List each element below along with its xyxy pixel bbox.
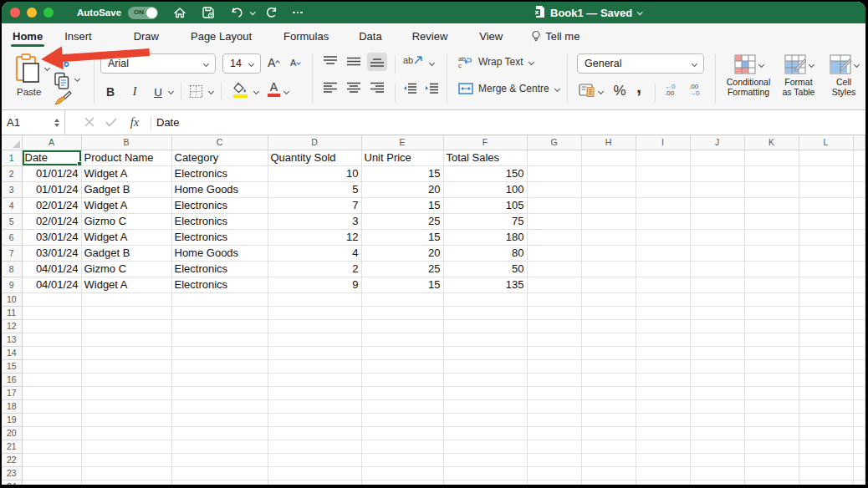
italic-button[interactable]: I: [129, 82, 140, 102]
cell-L22[interactable]: [799, 453, 853, 466]
cell-B12[interactable]: [81, 319, 171, 333]
cell-B17[interactable]: [81, 386, 171, 399]
cell-D18[interactable]: [268, 399, 361, 413]
cell-F1[interactable]: Total Sales: [443, 150, 527, 165]
bold-button[interactable]: B: [104, 82, 117, 102]
percent-style-button[interactable]: %: [610, 82, 629, 100]
cell-L11[interactable]: [799, 306, 853, 319]
cell-E14[interactable]: [361, 346, 443, 359]
cell-C8[interactable]: Electronics: [171, 261, 268, 277]
cell-E7[interactable]: 20: [361, 245, 443, 261]
select-all-corner[interactable]: [2, 135, 22, 150]
cell-D22[interactable]: [268, 453, 361, 466]
cell-K19[interactable]: [744, 413, 799, 426]
column-header-E[interactable]: E: [361, 135, 443, 150]
minimize-window-button[interactable]: [27, 8, 37, 18]
column-header-F[interactable]: F: [443, 135, 527, 150]
row-header-23[interactable]: 23: [2, 466, 22, 480]
cell-C5[interactable]: Electronics: [171, 213, 268, 229]
cell-L24[interactable]: [799, 480, 853, 485]
row-header-13[interactable]: 13: [2, 333, 22, 346]
copy-menu-chevron-icon[interactable]: [74, 76, 80, 82]
more-commands-icon[interactable]: [289, 4, 306, 21]
row-header-8[interactable]: 8: [2, 261, 22, 277]
cell-F10[interactable]: [443, 292, 527, 306]
cell-D11[interactable]: [268, 306, 361, 319]
align-left-button[interactable]: [324, 82, 337, 93]
column-header-L[interactable]: L: [799, 135, 853, 150]
cell-G7[interactable]: [527, 245, 581, 261]
cell-A24[interactable]: [22, 480, 81, 485]
cell-K8[interactable]: [744, 261, 799, 277]
cell-L10[interactable]: [799, 292, 853, 306]
paste-button[interactable]: [13, 53, 42, 85]
cell-L6[interactable]: [799, 229, 853, 245]
cell-L18[interactable]: [799, 399, 853, 413]
font-name-select[interactable]: Arial: [100, 53, 216, 74]
cell-E10[interactable]: [361, 292, 443, 306]
cell-J19[interactable]: [690, 413, 744, 426]
cell-B22[interactable]: [81, 453, 171, 466]
cell-C9[interactable]: Electronics: [171, 277, 268, 292]
align-bottom-button[interactable]: [367, 53, 387, 71]
cell-D7[interactable]: 4: [268, 245, 361, 261]
cell-K14[interactable]: [744, 346, 799, 359]
cell-C11[interactable]: [171, 306, 268, 319]
cell-L15[interactable]: [799, 359, 853, 373]
cell-F20[interactable]: [443, 426, 527, 440]
cell-J2[interactable]: [690, 165, 744, 181]
cell-A20[interactable]: [22, 426, 81, 440]
cell-H8[interactable]: [581, 261, 636, 277]
cell-E15[interactable]: [361, 359, 443, 373]
cell-A19[interactable]: [22, 413, 81, 426]
column-header-A[interactable]: A: [22, 135, 81, 150]
cell-G22[interactable]: [527, 453, 581, 466]
cell-A17[interactable]: [22, 386, 81, 399]
cell-K6[interactable]: [744, 229, 799, 245]
cell-H22[interactable]: [581, 453, 636, 466]
cell-L12[interactable]: [799, 319, 853, 333]
decrease-decimal-button[interactable]: .00→0: [689, 84, 699, 97]
cell-G21[interactable]: [527, 440, 581, 453]
cell-C3[interactable]: Home Goods: [171, 181, 268, 197]
cell-J6[interactable]: [690, 229, 744, 245]
cell-F4[interactable]: 105: [443, 197, 527, 213]
cell-I9[interactable]: [636, 277, 690, 292]
cell-A9[interactable]: 04/01/24: [22, 277, 81, 292]
cell-F16[interactable]: [443, 373, 527, 386]
cell-K17[interactable]: [744, 386, 799, 399]
cell-D2[interactable]: 10: [268, 165, 361, 181]
cell-J23[interactable]: [690, 466, 744, 480]
cell-B20[interactable]: [81, 426, 171, 440]
cell-D13[interactable]: [268, 333, 361, 346]
cell-I19[interactable]: [636, 413, 690, 426]
cell-styles-button[interactable]: CellStyles: [818, 54, 865, 97]
increase-indent-button[interactable]: [425, 83, 438, 94]
number-format-select[interactable]: General: [577, 53, 704, 74]
cell-D5[interactable]: 3: [268, 213, 361, 229]
wrap-text-button[interactable]: ab c Wrap Text: [458, 55, 534, 69]
cell-B11[interactable]: [81, 306, 171, 319]
cell-H15[interactable]: [581, 359, 636, 373]
cell-F7[interactable]: 80: [443, 245, 527, 261]
row-header-15[interactable]: 15: [2, 359, 22, 373]
cell-L9[interactable]: [799, 277, 853, 292]
cell-F21[interactable]: [443, 440, 527, 453]
cell-I1[interactable]: [636, 150, 690, 165]
cell-G13[interactable]: [527, 333, 581, 346]
cell-G14[interactable]: [527, 346, 581, 359]
cell-I10[interactable]: [636, 292, 690, 306]
row-header-7[interactable]: 7: [2, 245, 22, 261]
cell-F12[interactable]: [443, 319, 527, 333]
row-header-4[interactable]: 4: [2, 197, 22, 213]
cell-D21[interactable]: [268, 440, 361, 453]
cell-I14[interactable]: [636, 346, 690, 359]
undo-menu-chevron-icon[interactable]: [250, 9, 256, 15]
cell-E9[interactable]: 15: [361, 277, 443, 292]
cell-E2[interactable]: 15: [361, 165, 443, 181]
cell-E20[interactable]: [361, 426, 443, 440]
cell-L13[interactable]: [799, 333, 853, 346]
cell-L5[interactable]: [799, 213, 853, 229]
cell-E5[interactable]: 25: [361, 213, 443, 229]
cell-B9[interactable]: Widget A: [81, 277, 171, 292]
